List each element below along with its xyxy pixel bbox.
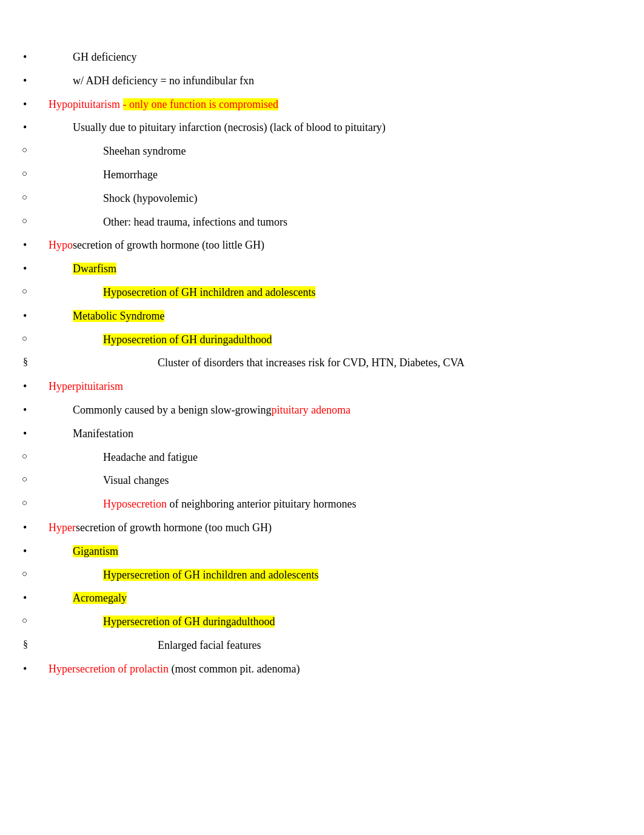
hyperpituitarism-label: Hyperpituitarism (49, 380, 123, 392)
item-text: (most common pit. adenoma) (169, 663, 300, 675)
item-text: Enlarged facial features (158, 639, 261, 651)
list-item: Headache and fatigue (36, 449, 620, 466)
list-item: Hypersecretion of GH inchildren and adol… (36, 566, 620, 584)
list-item-prolactin: Hypersecretion of prolactin (most common… (36, 660, 620, 678)
list-item: GH deficiency (36, 49, 620, 66)
acromegaly-label: Acromegaly (73, 592, 127, 604)
list-item: w/ ADH deficiency = no infundibular fxn (36, 72, 620, 90)
list-item: Sheehan syndrome (36, 143, 620, 160)
list-item: Hemorrhage (36, 166, 620, 184)
item-text: Hypersecretion of GH during (103, 615, 231, 628)
list-item: Visual changes (36, 472, 620, 489)
list-item: Commonly caused by a benign slow-growing… (36, 401, 620, 419)
list-item: Hyposecretion of GH duringadulthood (36, 331, 620, 349)
item-text-cont: adulthood (231, 615, 275, 628)
hyper-prefix: Hyper (49, 521, 76, 534)
list-item-manifestation: Manifestation (36, 425, 620, 443)
item-text: Manifestation (73, 428, 133, 440)
item-text: Shock (hypovolemic) (103, 192, 197, 204)
item-text: w/ ADH deficiency = no infundibular fxn (73, 75, 254, 87)
item-text: Hypersecretion of GH in (103, 569, 211, 581)
list-item: Hypersecretion of GH duringadulthood (36, 613, 620, 631)
item-text: Hemorrhage (103, 169, 158, 181)
list-item-dwarfism: Dwarfism (36, 260, 620, 278)
item-text: Cluster of disorders that increases risk… (158, 357, 465, 369)
dwarfism-label: Dwarfism (73, 263, 116, 275)
list-item-hyposecretion: Hyposecretion of growth hormone (too lit… (36, 236, 620, 254)
item-text-cont: adulthood (228, 334, 272, 346)
list-item-hypersecretion: Hypersecretion of growth hormone (too mu… (36, 519, 620, 537)
item-text-cont: children and adolescents (211, 569, 318, 581)
main-content: GH deficiency w/ ADH deficiency = no inf… (36, 24, 620, 678)
hyposecretion-label: Hyposecretion (103, 498, 167, 510)
list-item-acromegaly: Acromegaly (36, 589, 620, 607)
hypopituitarism-note: - only one function is compromised (123, 98, 278, 110)
list-item: Shock (hypovolemic) (36, 190, 620, 207)
hypo-prefix: Hypo (49, 239, 73, 251)
item-text: Sheehan syndrome (103, 145, 186, 157)
item-text: Hyposecretion of GH in (103, 286, 208, 298)
item-text-cont: children and adolescents (208, 286, 315, 298)
item-text: Visual changes (103, 474, 169, 486)
list-item: Hyposecretion of neighboring anterior pi… (36, 495, 620, 513)
list-item: Hyposecretion of GH inchildren and adole… (36, 284, 620, 301)
item-text: Usually due to pituitary infarction (nec… (73, 121, 386, 133)
gigantism-label: Gigantism (73, 545, 118, 557)
item-text: Commonly caused by a benign slow-growing (73, 404, 271, 416)
list-item: Usually due to pituitary infarction (nec… (36, 119, 620, 136)
item-text: Headache and fatigue (103, 451, 198, 463)
hypopituitarism-label: Hypopituitarism (49, 98, 120, 110)
item-text: Hyposecretion of GH during (103, 334, 228, 346)
item-text: GH deficiency (73, 51, 136, 63)
prolactin-label: Hypersecretion of prolactin (49, 663, 169, 675)
pituitary-adenoma: pituitary adenoma (271, 404, 350, 416)
item-text: secretion of growth hormone (too much GH… (76, 521, 272, 534)
list-item-hypopituitarism: Hypopituitarism - only one function is c… (36, 96, 620, 113)
outline-list: GH deficiency w/ ADH deficiency = no inf… (36, 49, 620, 678)
list-item: Cluster of disorders that increases risk… (36, 354, 620, 372)
list-item: Other: head trauma, infections and tumor… (36, 213, 620, 231)
item-text: Other: head trauma, infections and tumor… (103, 216, 287, 228)
list-item-metabolic-syndrome: Metabolic Syndrome (36, 307, 620, 325)
metabolic-syndrome-label: Metabolic Syndrome (73, 310, 164, 322)
item-text: of neighboring anterior pituitary hormon… (167, 498, 356, 510)
item-text: secretion of growth hormone (too little … (73, 239, 264, 251)
list-item-hyperpituitarism: Hyperpituitarism (36, 378, 620, 395)
list-item-gigantism: Gigantism (36, 543, 620, 560)
list-item: Enlarged facial features (36, 637, 620, 654)
